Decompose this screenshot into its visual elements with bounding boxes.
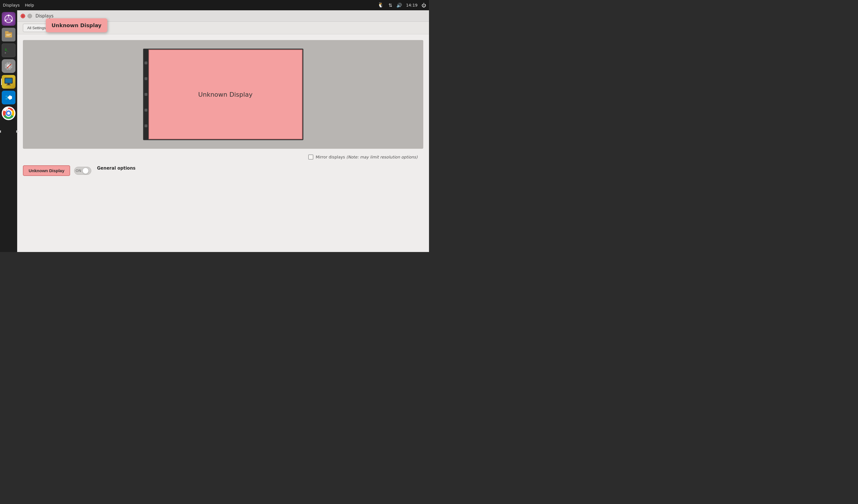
window-title: Displays — [35, 14, 53, 19]
main-layout: ◀ ▶ — [0, 10, 429, 252]
tux-icon[interactable]: 🐧 — [378, 2, 384, 9]
displays-window: Unknown Display × Displays All Settings … — [17, 10, 429, 252]
on-off-toggle[interactable]: ON — [74, 167, 91, 175]
notch-mark — [144, 62, 147, 64]
general-options-heading: General options — [97, 166, 136, 171]
svg-rect-11 — [6, 35, 10, 36]
bottom-section: Unknown Display ON General options — [23, 165, 423, 182]
svg-text:$_: $_ — [5, 48, 9, 51]
svg-point-32 — [7, 112, 10, 115]
notch-mark — [144, 93, 147, 96]
tooltip-popup: Unknown Display — [46, 18, 107, 32]
svg-rect-26 — [5, 78, 12, 83]
svg-rect-9 — [5, 31, 9, 33]
monitor-notch-marks — [144, 49, 148, 139]
svg-rect-10 — [6, 34, 11, 35]
svg-rect-27 — [7, 83, 10, 85]
mirror-displays-checkbox[interactable] — [308, 155, 313, 160]
svg-rect-16 — [8, 61, 9, 64]
sidebar-item-files[interactable] — [1, 27, 16, 42]
clock: 14:19 — [406, 3, 417, 7]
window-close-button[interactable]: × — [21, 14, 25, 18]
svg-rect-19 — [11, 66, 14, 66]
menu-displays[interactable]: Displays — [3, 3, 20, 7]
display-selector: Unknown Display ON — [23, 165, 91, 176]
sidebar-arrow-left: ◀ — [0, 129, 1, 133]
sidebar-item-vscode[interactable] — [1, 90, 16, 105]
top-bar-right-area: 🐧 ⇅ 🔊 14:19 ⏻ — [378, 2, 426, 9]
tooltip-text: Unknown Display — [51, 22, 101, 28]
top-bar-menu-items: Displays Help — [3, 3, 34, 7]
display-settings-icon — [2, 75, 15, 89]
volume-icon[interactable]: 🔊 — [396, 3, 402, 8]
notch-mark — [144, 77, 147, 80]
svg-text:▶: ▶ — [5, 51, 6, 54]
mirror-label: Mirror displays — [316, 155, 345, 159]
svg-point-2 — [11, 20, 13, 21]
chrome-icon — [2, 107, 15, 120]
sidebar-item-terminal[interactable]: $_ ▶ — [1, 43, 16, 58]
sidebar-arrow-right: ▶ — [16, 129, 19, 133]
svg-rect-28 — [6, 85, 11, 85]
display-monitor[interactable]: Unknown Display — [143, 49, 303, 140]
svg-line-5 — [10, 19, 11, 20]
toggle-label: ON — [76, 168, 81, 173]
sidebar-item-chrome[interactable] — [1, 106, 16, 121]
sidebar-item-ubuntu[interactable] — [1, 12, 16, 26]
system-prefs-icon — [2, 59, 15, 73]
svg-point-1 — [8, 15, 10, 16]
ubuntu-logo-icon — [2, 12, 15, 26]
files-icon — [2, 28, 15, 42]
notch-mark — [144, 125, 147, 127]
monitor-screen: Unknown Display — [148, 49, 302, 139]
display-preview-area[interactable]: Unknown Display — [23, 40, 423, 149]
toggle-container: ON — [74, 167, 91, 175]
terminal-icon: $_ ▶ — [2, 44, 15, 57]
close-icon: × — [22, 15, 24, 17]
top-menu-bar: Displays Help 🐧 ⇅ 🔊 14:19 ⏻ — [0, 0, 429, 10]
transfer-icon[interactable]: ⇅ — [388, 3, 392, 8]
mirror-note: (Note: may limit resolution options) — [345, 155, 417, 159]
application-dock: ◀ ▶ — [0, 10, 17, 252]
window-content: Unknown Display Mirror displays (Note: m… — [17, 34, 429, 252]
sidebar-item-system-prefs[interactable] — [1, 59, 16, 74]
power-icon[interactable]: ⏻ — [422, 3, 426, 8]
general-options-section: General options — [97, 165, 136, 176]
svg-rect-18 — [4, 66, 6, 66]
display-selector-button[interactable]: Unknown Display — [23, 165, 70, 176]
sidebar-item-display-settings[interactable] — [1, 75, 16, 89]
vscode-icon — [2, 91, 15, 104]
desktop-area: Unknown Display × Displays All Settings … — [17, 10, 429, 252]
monitor-label: Unknown Display — [198, 91, 252, 98]
svg-rect-17 — [8, 69, 9, 71]
window-minimize-button[interactable] — [28, 14, 32, 18]
svg-point-3 — [4, 20, 6, 21]
menu-help[interactable]: Help — [25, 3, 34, 7]
toggle-knob — [82, 168, 89, 174]
mirror-row: Mirror displays (Note: may limit resolut… — [23, 155, 423, 160]
notch-mark — [144, 109, 147, 112]
svg-point-15 — [7, 64, 10, 68]
svg-line-6 — [6, 19, 8, 20]
